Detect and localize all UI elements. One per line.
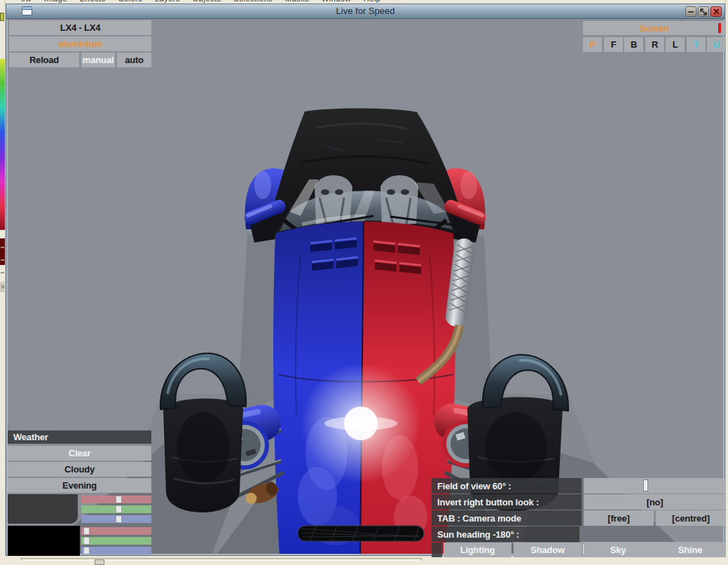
screen-button-r-label: R (652, 39, 658, 50)
screen-indicator-bar (718, 23, 721, 33)
screen-button-u[interactable]: U (707, 37, 726, 52)
slider-thumb[interactable] (116, 496, 121, 503)
window-titlebar[interactable]: Live for Speed (6, 4, 724, 19)
window-title: Live for Speed (6, 6, 724, 16)
light-blue-slider[interactable] (81, 515, 151, 523)
screen-button-f-label: F (611, 39, 617, 50)
screen-button-b[interactable]: B (624, 37, 643, 52)
minimize-icon (687, 8, 694, 15)
slider-thumb[interactable] (643, 479, 648, 491)
light-color-swatch (8, 494, 78, 524)
action-row-spacer (432, 543, 442, 557)
slider-thumb[interactable] (84, 547, 89, 554)
skin-name-label: aluminium (58, 39, 102, 49)
screen-button-u-label: U (713, 39, 720, 50)
invert-look-value-button[interactable]: [no] (584, 494, 726, 510)
background-app-left-edge: > (0, 0, 6, 565)
camera-free-button[interactable]: [free] (584, 510, 654, 526)
invert-look-label: Invert right button look : (432, 494, 582, 510)
screen-button-f[interactable]: F (604, 37, 623, 52)
close-icon (713, 8, 720, 15)
ambient-color-swatch (8, 526, 80, 556)
lighting-button[interactable]: Lighting (444, 543, 511, 557)
scrollbar-thumb[interactable] (95, 559, 104, 565)
weather-preset-clear[interactable]: Clear (8, 446, 151, 461)
screen-button-l[interactable]: L (666, 37, 685, 52)
slider-thumb[interactable] (116, 506, 121, 512)
manual-mode-button[interactable]: manual (81, 53, 115, 67)
weather-preset-evening[interactable]: Evening (8, 478, 151, 493)
camera-centred-button[interactable]: [centred] (656, 510, 726, 526)
dark-red-swatch (0, 238, 5, 265)
ambient-green-slider[interactable] (81, 537, 151, 545)
reload-button[interactable]: Reload (9, 53, 79, 67)
screen-button-l-label: L (673, 39, 678, 50)
shine-button[interactable]: Shine (654, 543, 726, 557)
screen-panel-title: Screen (640, 23, 669, 34)
close-button[interactable] (710, 6, 722, 17)
auto-mode-button[interactable]: auto (117, 53, 151, 67)
field-of-view-slider[interactable] (584, 478, 726, 493)
screen-button-t-label: T (694, 39, 699, 50)
sun-heading-label: Sun heading -180° : (432, 526, 579, 542)
ambient-red-slider[interactable] (81, 527, 151, 535)
color-rainbow-strip (0, 59, 5, 230)
light-green-slider[interactable] (81, 505, 151, 513)
background-app-menu-text: ew Image Effects Colors Layers Objects S… (21, 0, 380, 3)
slider-thumb[interactable] (116, 516, 121, 522)
camera-mode-label: TAB : Camera mode (432, 510, 582, 526)
ambient-blue-slider[interactable] (81, 547, 151, 554)
maximize-icon (700, 8, 707, 15)
car-model-button[interactable]: LX4 - LX4 (9, 20, 151, 35)
screen-button-p-label: P (589, 39, 595, 50)
horizontal-scrollbar[interactable] (21, 558, 422, 561)
skin-name-button[interactable]: aluminium (9, 36, 151, 51)
minimize-button[interactable] (685, 6, 696, 17)
screen-button-r[interactable]: R (645, 37, 664, 52)
edge-mark (1, 259, 4, 261)
edge-mark (1, 272, 4, 273)
palette-fragment (0, 13, 4, 21)
slider-thumb[interactable] (84, 528, 89, 534)
edge-mark (1, 247, 4, 248)
slider-thumb[interactable] (84, 538, 89, 544)
maximize-button[interactable] (698, 6, 709, 17)
shadow-button[interactable]: Shadow (514, 543, 582, 557)
light-red-slider[interactable] (81, 496, 151, 503)
desktop: ew Image Effects Colors Layers Objects S… (0, 0, 728, 565)
lfs-window: Live for Speed (6, 4, 725, 556)
screen-button-t[interactable]: T (687, 37, 706, 52)
screen-button-p[interactable]: P (583, 37, 602, 52)
weather-panel-header: Weather (8, 430, 151, 444)
weather-preset-cloudy[interactable]: Cloudy (8, 462, 151, 477)
field-of-view-label: Field of view 60° : (432, 478, 582, 493)
collapse-arrow-icon: > (0, 282, 6, 292)
sky-button[interactable]: Sky (584, 543, 652, 557)
screen-button-b-label: B (631, 39, 637, 50)
lfs-client-area: LX4 - LX4 aluminium Reload manual auto S… (6, 20, 724, 555)
screen-panel-header: Screen (583, 21, 726, 35)
